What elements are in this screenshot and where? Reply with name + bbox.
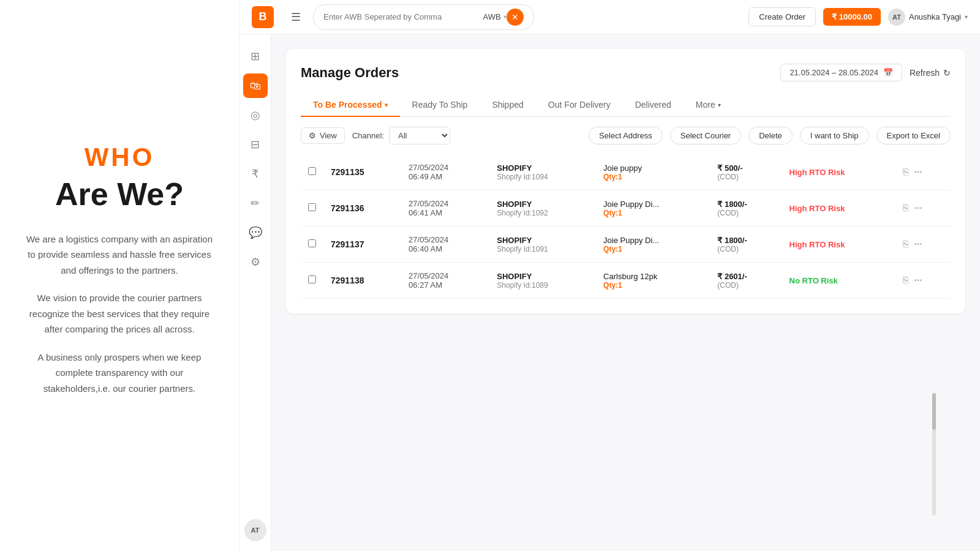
product-qty: Qty:1	[603, 173, 703, 181]
main-body: ⊞ 🛍 ◎ ⊟ ₹ ✏ 💬 ⚙ AT Manage Orders	[239, 34, 980, 551]
sidebar-item-chat[interactable]: 💬	[243, 220, 268, 245]
user-name: Anushka Tyagi	[909, 12, 961, 21]
more-options-icon[interactable]: ···	[914, 275, 922, 286]
row-checkbox-cell	[301, 227, 323, 263]
tab-shipped-label: Shipped	[492, 100, 523, 110]
product-name: Joie Puppy Di...	[603, 200, 703, 209]
tabs-bar: To Be Processed ▾ Ready To Ship Shipped …	[301, 94, 951, 117]
tab-delivered[interactable]: Delivered	[623, 94, 684, 117]
orders-title: Manage Orders	[301, 65, 399, 81]
toolbar: ⚙ View Channel: All SHOPIFY Select Addre…	[301, 127, 951, 144]
sidebar-item-archive[interactable]: ⊟	[243, 132, 268, 157]
select-courier-button[interactable]: Select Courier	[670, 127, 741, 144]
table-wrapper: 7291135 27/05/2024 06:49 AM SHOPIFY Shop…	[301, 154, 951, 299]
channel-name: SHOPIFY	[497, 163, 589, 173]
row-checkbox-cell	[301, 263, 323, 299]
more-options-icon[interactable]: ···	[914, 167, 922, 178]
description-2: We vision to provide the courier partner…	[24, 290, 214, 337]
channel-info: SHOPIFY Shopify Id:1091	[497, 236, 589, 253]
tab-ready-to-ship-label: Ready To Ship	[412, 100, 468, 110]
actions-cell: ⎘ ···	[895, 227, 951, 263]
select-address-button[interactable]: Select Address	[589, 127, 663, 144]
copy-icon[interactable]: ⎘	[903, 167, 909, 178]
product-info: Carlsburg 12pk Qty:1	[603, 272, 703, 290]
scrollbar[interactable]	[932, 393, 936, 515]
channel-cell: SHOPIFY Shopify Id:1091	[489, 227, 596, 263]
create-order-button[interactable]: Create Order	[748, 7, 816, 26]
datetime-cell: 27/05/2024 06:49 AM	[401, 154, 489, 190]
are-we-heading: Are We?	[55, 177, 184, 212]
sidebar-item-dashboard[interactable]: ⊞	[243, 44, 268, 69]
calendar-icon: 📅	[883, 68, 893, 77]
order-date: 27/05/2024	[409, 235, 482, 244]
tab-shipped[interactable]: Shipped	[480, 94, 535, 117]
product-cell: Joie Puppy Di... Qty:1	[596, 227, 710, 263]
sidebar-item-settings[interactable]: ⚙	[243, 250, 268, 274]
more-options-icon[interactable]: ···	[914, 239, 922, 250]
row-checkbox[interactable]	[308, 239, 316, 247]
sidebar-item-orders[interactable]: 🛍	[243, 73, 268, 98]
actions-cell: ⎘ ···	[895, 263, 951, 299]
date-range-button[interactable]: 21.05.2024 – 28.05.2024 📅	[780, 64, 902, 81]
sidebar-item-tracking[interactable]: ◎	[243, 103, 268, 127]
sidebar-item-billing[interactable]: ₹	[243, 162, 268, 186]
product-cell: Joie Puppy Di... Qty:1	[596, 190, 710, 227]
rto-cell: High RTO Risk	[782, 227, 896, 263]
sidebar-item-pen[interactable]: ✏	[243, 191, 268, 216]
price-cell: ₹ 2601/- (COD)	[710, 263, 782, 299]
datetime-cell: 27/05/2024 06:41 AM	[401, 190, 489, 227]
user-badge[interactable]: AT Anushka Tyagi ▾	[888, 9, 968, 26]
payment-mode: (COD)	[717, 245, 774, 253]
payment-mode: (COD)	[717, 281, 774, 290]
channel-select[interactable]: All SHOPIFY	[389, 127, 450, 144]
delete-button[interactable]: Delete	[748, 127, 793, 144]
refresh-icon: ↻	[943, 68, 951, 78]
view-label: View	[320, 131, 337, 140]
order-amount: ₹ 1800/-	[717, 236, 774, 245]
tab-more[interactable]: More ▾	[684, 94, 733, 117]
orders-header: Manage Orders 21.05.2024 – 28.05.2024 📅 …	[301, 64, 951, 81]
shopify-id: Shopify Id:1092	[497, 209, 589, 217]
copy-icon[interactable]: ⎘	[903, 203, 909, 214]
product-qty: Qty:1	[603, 245, 703, 253]
table-row[interactable]: 7291138 27/05/2024 06:27 AM SHOPIFY Shop…	[301, 263, 951, 299]
table-row[interactable]: 7291135 27/05/2024 06:49 AM SHOPIFY Shop…	[301, 154, 951, 190]
more-options-icon[interactable]: ···	[914, 203, 922, 214]
table-row[interactable]: 7291136 27/05/2024 06:41 AM SHOPIFY Shop…	[301, 190, 951, 227]
awb-button[interactable]: ✕	[507, 9, 524, 26]
order-id: 7291135	[331, 167, 364, 177]
tab-to-be-processed[interactable]: To Be Processed ▾	[301, 94, 400, 117]
product-qty: Qty:1	[603, 281, 703, 290]
logo-text: B	[259, 10, 267, 23]
copy-icon[interactable]: ⎘	[903, 239, 909, 250]
tab-out-for-delivery[interactable]: Out For Delivery	[536, 94, 623, 117]
view-button[interactable]: ⚙ View	[301, 127, 345, 144]
rto-cell: High RTO Risk	[782, 154, 896, 190]
order-time: 06:27 AM	[409, 280, 482, 290]
topbar: B ☰ AWB ▾ ✕ Create Order ₹ 10000.00 AT A…	[239, 0, 980, 34]
copy-icon[interactable]: ⎘	[903, 275, 909, 286]
price-info: ₹ 2601/- (COD)	[717, 272, 774, 290]
export-to-excel-button[interactable]: Export to Excel	[876, 127, 951, 144]
search-input[interactable]	[323, 12, 483, 21]
tab-out-for-delivery-label: Out For Delivery	[548, 100, 611, 110]
row-checkbox[interactable]	[308, 203, 316, 211]
balance-badge[interactable]: ₹ 10000.00	[823, 8, 881, 26]
menu-icon[interactable]: ☰	[286, 8, 306, 26]
refresh-button[interactable]: Refresh ↻	[910, 68, 951, 78]
order-id-cell: 7291137	[323, 227, 401, 263]
sidebar-user-avatar[interactable]: AT	[244, 519, 266, 541]
actions-cell: ⎘ ···	[895, 154, 951, 190]
row-checkbox[interactable]	[308, 167, 316, 175]
scrollbar-thumb[interactable]	[932, 393, 936, 430]
table-row[interactable]: 7291137 27/05/2024 06:40 AM SHOPIFY Shop…	[301, 227, 951, 263]
search-bar[interactable]: AWB ▾ ✕	[313, 4, 534, 30]
row-checkbox[interactable]	[308, 276, 316, 283]
i-want-to-ship-button[interactable]: I want to Ship	[800, 127, 869, 144]
datetime-cell: 27/05/2024 06:40 AM	[401, 227, 489, 263]
tab-more-label: More	[696, 100, 715, 110]
product-info: Joie Puppy Di... Qty:1	[603, 236, 703, 253]
user-menu-chevron-icon: ▾	[965, 13, 968, 20]
tab-ready-to-ship[interactable]: Ready To Ship	[400, 94, 480, 117]
order-date: 27/05/2024	[409, 199, 482, 208]
